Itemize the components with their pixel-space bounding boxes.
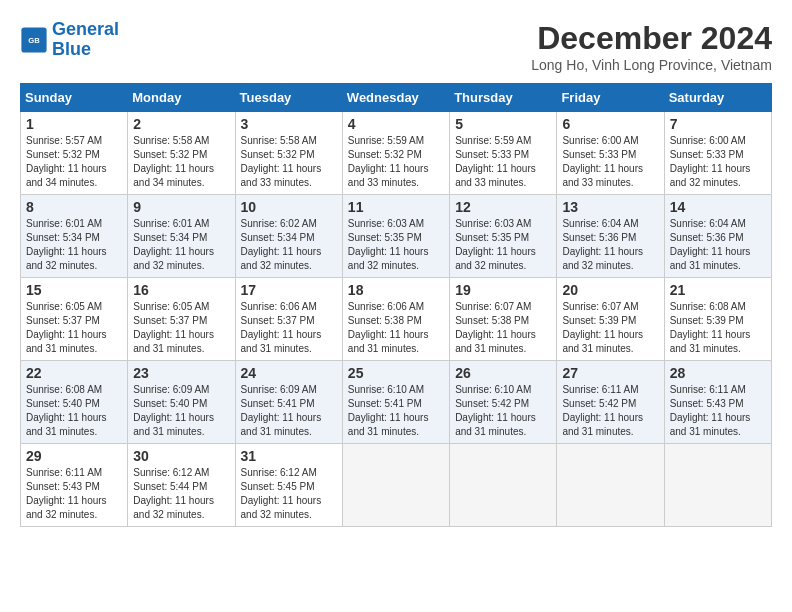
day-number: 12 [455, 199, 551, 215]
column-header-monday: Monday [128, 84, 235, 112]
logo-text: General Blue [52, 20, 119, 60]
calendar-day-cell: 13Sunrise: 6:04 AMSunset: 5:36 PMDayligh… [557, 195, 664, 278]
day-info: Sunrise: 6:01 AMSunset: 5:34 PMDaylight:… [133, 217, 229, 273]
column-header-tuesday: Tuesday [235, 84, 342, 112]
calendar-week-row: 1Sunrise: 5:57 AMSunset: 5:32 PMDaylight… [21, 112, 772, 195]
day-number: 27 [562, 365, 658, 381]
logo-line1: General [52, 19, 119, 39]
calendar-day-cell: 3Sunrise: 5:58 AMSunset: 5:32 PMDaylight… [235, 112, 342, 195]
calendar-day-cell: 28Sunrise: 6:11 AMSunset: 5:43 PMDayligh… [664, 361, 771, 444]
page-header: GB General Blue December 2024 Long Ho, V… [20, 20, 772, 73]
day-number: 26 [455, 365, 551, 381]
day-number: 29 [26, 448, 122, 464]
calendar-day-cell: 7Sunrise: 6:00 AMSunset: 5:33 PMDaylight… [664, 112, 771, 195]
day-number: 16 [133, 282, 229, 298]
day-info: Sunrise: 6:04 AMSunset: 5:36 PMDaylight:… [670, 217, 766, 273]
calendar-week-row: 22Sunrise: 6:08 AMSunset: 5:40 PMDayligh… [21, 361, 772, 444]
calendar-week-row: 8Sunrise: 6:01 AMSunset: 5:34 PMDaylight… [21, 195, 772, 278]
svg-text:GB: GB [28, 36, 40, 45]
day-number: 25 [348, 365, 444, 381]
calendar-day-cell: 9Sunrise: 6:01 AMSunset: 5:34 PMDaylight… [128, 195, 235, 278]
day-number: 9 [133, 199, 229, 215]
calendar-day-cell: 2Sunrise: 5:58 AMSunset: 5:32 PMDaylight… [128, 112, 235, 195]
calendar-day-cell: 15Sunrise: 6:05 AMSunset: 5:37 PMDayligh… [21, 278, 128, 361]
calendar-day-cell [450, 444, 557, 527]
calendar-day-cell [557, 444, 664, 527]
day-number: 11 [348, 199, 444, 215]
day-number: 23 [133, 365, 229, 381]
day-number: 21 [670, 282, 766, 298]
calendar-week-row: 29Sunrise: 6:11 AMSunset: 5:43 PMDayligh… [21, 444, 772, 527]
day-info: Sunrise: 6:06 AMSunset: 5:37 PMDaylight:… [241, 300, 337, 356]
column-header-saturday: Saturday [664, 84, 771, 112]
day-info: Sunrise: 5:59 AMSunset: 5:33 PMDaylight:… [455, 134, 551, 190]
day-info: Sunrise: 6:03 AMSunset: 5:35 PMDaylight:… [455, 217, 551, 273]
day-number: 24 [241, 365, 337, 381]
day-info: Sunrise: 6:08 AMSunset: 5:40 PMDaylight:… [26, 383, 122, 439]
calendar-day-cell: 20Sunrise: 6:07 AMSunset: 5:39 PMDayligh… [557, 278, 664, 361]
day-number: 10 [241, 199, 337, 215]
calendar-day-cell: 10Sunrise: 6:02 AMSunset: 5:34 PMDayligh… [235, 195, 342, 278]
day-info: Sunrise: 5:58 AMSunset: 5:32 PMDaylight:… [241, 134, 337, 190]
calendar-day-cell: 18Sunrise: 6:06 AMSunset: 5:38 PMDayligh… [342, 278, 449, 361]
calendar-day-cell: 6Sunrise: 6:00 AMSunset: 5:33 PMDaylight… [557, 112, 664, 195]
day-info: Sunrise: 6:06 AMSunset: 5:38 PMDaylight:… [348, 300, 444, 356]
day-number: 18 [348, 282, 444, 298]
day-info: Sunrise: 6:02 AMSunset: 5:34 PMDaylight:… [241, 217, 337, 273]
column-header-thursday: Thursday [450, 84, 557, 112]
day-info: Sunrise: 6:12 AMSunset: 5:44 PMDaylight:… [133, 466, 229, 522]
day-number: 13 [562, 199, 658, 215]
calendar-day-cell: 26Sunrise: 6:10 AMSunset: 5:42 PMDayligh… [450, 361, 557, 444]
calendar-header-row: SundayMondayTuesdayWednesdayThursdayFrid… [21, 84, 772, 112]
logo-line2: Blue [52, 39, 91, 59]
day-info: Sunrise: 6:11 AMSunset: 5:43 PMDaylight:… [670, 383, 766, 439]
day-number: 31 [241, 448, 337, 464]
day-info: Sunrise: 6:05 AMSunset: 5:37 PMDaylight:… [26, 300, 122, 356]
calendar-day-cell: 12Sunrise: 6:03 AMSunset: 5:35 PMDayligh… [450, 195, 557, 278]
day-number: 3 [241, 116, 337, 132]
day-info: Sunrise: 6:10 AMSunset: 5:42 PMDaylight:… [455, 383, 551, 439]
day-info: Sunrise: 6:09 AMSunset: 5:41 PMDaylight:… [241, 383, 337, 439]
logo: GB General Blue [20, 20, 119, 60]
month-title: December 2024 [531, 20, 772, 57]
calendar-day-cell: 30Sunrise: 6:12 AMSunset: 5:44 PMDayligh… [128, 444, 235, 527]
day-info: Sunrise: 6:00 AMSunset: 5:33 PMDaylight:… [670, 134, 766, 190]
calendar-day-cell: 27Sunrise: 6:11 AMSunset: 5:42 PMDayligh… [557, 361, 664, 444]
day-info: Sunrise: 5:59 AMSunset: 5:32 PMDaylight:… [348, 134, 444, 190]
day-number: 2 [133, 116, 229, 132]
day-number: 6 [562, 116, 658, 132]
day-number: 17 [241, 282, 337, 298]
day-info: Sunrise: 6:09 AMSunset: 5:40 PMDaylight:… [133, 383, 229, 439]
calendar-day-cell [664, 444, 771, 527]
calendar-day-cell [342, 444, 449, 527]
column-header-wednesday: Wednesday [342, 84, 449, 112]
column-header-sunday: Sunday [21, 84, 128, 112]
calendar-day-cell: 29Sunrise: 6:11 AMSunset: 5:43 PMDayligh… [21, 444, 128, 527]
day-info: Sunrise: 5:57 AMSunset: 5:32 PMDaylight:… [26, 134, 122, 190]
calendar-day-cell: 14Sunrise: 6:04 AMSunset: 5:36 PMDayligh… [664, 195, 771, 278]
calendar-day-cell: 8Sunrise: 6:01 AMSunset: 5:34 PMDaylight… [21, 195, 128, 278]
calendar-week-row: 15Sunrise: 6:05 AMSunset: 5:37 PMDayligh… [21, 278, 772, 361]
calendar-day-cell: 17Sunrise: 6:06 AMSunset: 5:37 PMDayligh… [235, 278, 342, 361]
day-number: 14 [670, 199, 766, 215]
calendar-day-cell: 21Sunrise: 6:08 AMSunset: 5:39 PMDayligh… [664, 278, 771, 361]
day-number: 19 [455, 282, 551, 298]
day-info: Sunrise: 6:04 AMSunset: 5:36 PMDaylight:… [562, 217, 658, 273]
calendar-day-cell: 1Sunrise: 5:57 AMSunset: 5:32 PMDaylight… [21, 112, 128, 195]
calendar-day-cell: 19Sunrise: 6:07 AMSunset: 5:38 PMDayligh… [450, 278, 557, 361]
day-number: 28 [670, 365, 766, 381]
day-info: Sunrise: 6:05 AMSunset: 5:37 PMDaylight:… [133, 300, 229, 356]
day-info: Sunrise: 6:08 AMSunset: 5:39 PMDaylight:… [670, 300, 766, 356]
title-area: December 2024 Long Ho, Vinh Long Provinc… [531, 20, 772, 73]
calendar-table: SundayMondayTuesdayWednesdayThursdayFrid… [20, 83, 772, 527]
calendar-day-cell: 11Sunrise: 6:03 AMSunset: 5:35 PMDayligh… [342, 195, 449, 278]
calendar-day-cell: 4Sunrise: 5:59 AMSunset: 5:32 PMDaylight… [342, 112, 449, 195]
day-number: 22 [26, 365, 122, 381]
day-number: 30 [133, 448, 229, 464]
day-number: 15 [26, 282, 122, 298]
day-info: Sunrise: 6:12 AMSunset: 5:45 PMDaylight:… [241, 466, 337, 522]
calendar-day-cell: 16Sunrise: 6:05 AMSunset: 5:37 PMDayligh… [128, 278, 235, 361]
day-number: 7 [670, 116, 766, 132]
day-info: Sunrise: 6:07 AMSunset: 5:38 PMDaylight:… [455, 300, 551, 356]
calendar-day-cell: 5Sunrise: 5:59 AMSunset: 5:33 PMDaylight… [450, 112, 557, 195]
